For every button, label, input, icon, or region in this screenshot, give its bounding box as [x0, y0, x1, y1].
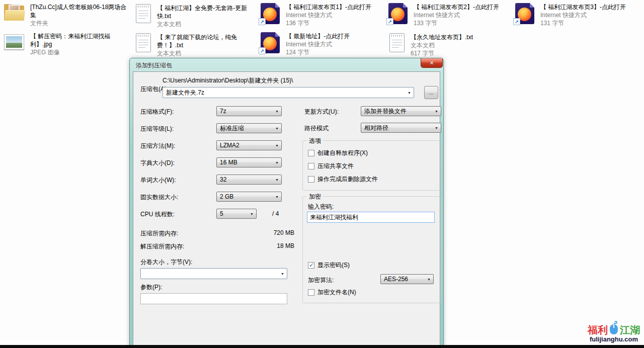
encryption-group: 加密 输入密码: 显示密码(S) 加密算法: AES-256▼ 加密文件名(N) [302, 196, 441, 303]
file-name: 【 福利江湖发布页1】-点此打开 [286, 3, 382, 11]
text-file-icon [136, 4, 151, 23]
mouse-icon [608, 321, 619, 335]
desktop-item-ff3[interactable]: ↗ 【 福利江湖发布页3】-点此打开 Internet 快捷方式 131 字节 [515, 3, 637, 27]
brand-text-left: 福利 [588, 325, 608, 335]
file-type: Internet 快捷方式 [286, 40, 382, 48]
archive-name-combobox[interactable]: 新建文件夹.7z ▼ [163, 87, 414, 98]
path-mode-dropdown[interactable]: 相对路径▼ [361, 123, 441, 133]
method-dropdown[interactable]: LZMA2▼ [216, 140, 282, 150]
desktop-item-txt2[interactable]: 【 来了就能下载的论坛，纯免费！】.txt 文本文档 [136, 33, 251, 57]
chevron-down-icon: ▼ [275, 161, 279, 164]
file-name: 【 福利江湖发布页3】-点此打开 [540, 3, 637, 11]
checkbox-box[interactable] [308, 150, 314, 156]
folder-icon [4, 4, 24, 21]
firefox-shortcut-icon: ↗ [388, 3, 408, 24]
encryption-method-label: 加密算法: [308, 276, 334, 285]
memory-compress-value: 720 MB [249, 229, 294, 236]
encryption-method-dropdown[interactable]: AES-256▼ [380, 274, 434, 284]
memory-decompress-value: 18 MB [249, 242, 294, 249]
text-file-icon [136, 33, 151, 52]
file-name: 【 来了就能下载的论坛，纯免费！】.txt [157, 33, 251, 49]
parameters-input[interactable] [140, 293, 287, 304]
dictionary-label: 字典大小(D): [140, 159, 175, 167]
dialog-titlebar[interactable]: 添加到压缩包 ✕ [130, 58, 443, 71]
desktop-item-ff1[interactable]: ↗ 【 福利江湖发布页1】-点此打开 Internet 快捷方式 136 字节 [261, 3, 382, 27]
file-type: Internet 快捷方式 [414, 11, 510, 19]
dictionary-dropdown[interactable]: 16 MB▼ [216, 157, 282, 167]
create-sfx-checkbox[interactable]: 创建自释放程序(X) [308, 149, 368, 157]
compress-shared-checkbox[interactable]: 压缩共享文件 [308, 162, 354, 170]
desktop-item-folder[interactable]: [ThZu.Cc]成人馆老板娘06-18两场合集 文件夹 [4, 3, 127, 27]
file-size: 136 字节 [286, 19, 382, 27]
file-name: 【 福利江湖】全免费-无套路-更新快.txt [157, 4, 251, 20]
desktop-item-ff-latest[interactable]: ↗ 【 最新地址】-点此打开 Internet 快捷方式 124 字节 [261, 32, 382, 56]
close-button[interactable]: ✕ [421, 58, 443, 68]
desktop-item-ff2[interactable]: ↗ 【 福利江湖发布页2】-点此打开 Internet 快捷方式 133 字节 [388, 3, 510, 27]
chevron-down-icon: ▼ [435, 126, 438, 130]
browse-button[interactable]: ... [424, 86, 438, 99]
desktop-item-txt1[interactable]: 【 福利江湖】全免费-无套路-更新快.txt 文本文档 [136, 4, 251, 28]
chevron-down-icon: ▼ [408, 91, 411, 95]
text-file-icon [389, 33, 405, 52]
archive-name-value: 新建文件夹.7z [166, 89, 204, 97]
options-group: 选项 创建自释放程序(X) 压缩共享文件 操作完成后删除源文件 [302, 140, 441, 191]
memory-compress-label: 压缩所需内存: [140, 229, 178, 238]
archive-path: C:\Users\Administrator\Desktop\新建文件夹 (15… [163, 76, 293, 85]
brand-text-right: 江湖 [620, 325, 640, 335]
close-icon: ✕ [429, 60, 434, 66]
file-type: 文本文档 [157, 49, 251, 57]
site-watermark: 福利 江湖 fulijianghu.com [588, 321, 640, 343]
encrypt-filenames-checkbox[interactable]: 加密文件名(N) [308, 288, 356, 297]
chevron-down-icon: ▼ [275, 110, 279, 113]
word-size-label: 单词大小(W): [140, 176, 176, 185]
checkbox-box[interactable] [308, 289, 314, 296]
file-size: 617 字节 [411, 49, 507, 57]
volume-size-combobox[interactable]: ▼ [140, 268, 287, 279]
dialog-title: 添加到压缩包 [136, 61, 172, 70]
level-label: 压缩等级(L): [140, 125, 174, 133]
shortcut-arrow-icon: ↗ [259, 47, 266, 54]
parameters-label: 参数(P): [140, 283, 162, 292]
file-type: Internet 快捷方式 [540, 11, 637, 19]
encryption-group-label: 加密 [307, 193, 323, 201]
checkbox-box[interactable] [308, 163, 314, 169]
solid-block-dropdown[interactable]: 2 GB▼ [216, 192, 282, 202]
level-dropdown[interactable]: 标准压缩▼ [216, 123, 282, 133]
cpu-threads-dropdown[interactable]: 5▼ [216, 209, 257, 219]
file-type: 文本文档 [411, 41, 507, 49]
add-to-archive-dialog: 添加到压缩包 ✕ 压缩包(A) C:\Users\Administrator\D… [129, 58, 444, 348]
solid-block-label: 固实数据大小: [140, 193, 178, 202]
chevron-down-icon: ▼ [435, 110, 438, 113]
file-size: 124 字节 [286, 48, 382, 56]
volume-size-label: 分卷大小，字节(V): [140, 258, 192, 267]
method-label: 压缩方法(M): [140, 142, 175, 150]
firefox-shortcut-icon: ↗ [515, 3, 534, 24]
file-name: 【永久地址发布页】.txt [411, 33, 507, 41]
password-input[interactable] [307, 212, 435, 223]
image-icon [4, 34, 24, 50]
chevron-down-icon: ▼ [281, 272, 284, 276]
show-password-checkbox[interactable]: 显示密码(S) [308, 261, 350, 270]
path-mode-label: 路径模式 [304, 124, 329, 133]
checkbox-box[interactable] [308, 176, 314, 183]
chevron-down-icon: ▼ [275, 195, 279, 199]
desktop-item-txt3[interactable]: 【永久地址发布页】.txt 文本文档 617 字节 [389, 33, 507, 57]
delete-after-checkbox[interactable]: 操作完成后删除源文件 [308, 175, 378, 184]
bottom-black-bar [0, 345, 644, 348]
cpu-threads-max: / 4 [272, 210, 279, 217]
firefox-shortcut-icon: ↗ [261, 3, 280, 24]
file-size: 133 字节 [414, 19, 510, 27]
format-dropdown[interactable]: 7z▼ [216, 106, 282, 116]
desktop-item-jpg[interactable]: 【 解压密码：来福利江湖找福利】.jpg JPEG 图像 [4, 32, 127, 56]
shortcut-arrow-icon: ↗ [259, 18, 266, 25]
chevron-down-icon: ▼ [250, 212, 254, 216]
checkbox-box[interactable] [308, 262, 314, 269]
firefox-shortcut-icon: ↗ [261, 32, 280, 53]
file-type: Internet 快捷方式 [286, 11, 382, 19]
update-mode-dropdown[interactable]: 添加并替换文件▼ [361, 106, 441, 116]
file-name: 【 福利江湖发布页2】-点此打开 [414, 3, 510, 11]
file-type: 文件夹 [30, 19, 127, 27]
word-size-dropdown[interactable]: 32▼ [216, 175, 282, 185]
shortcut-arrow-icon: ↗ [513, 18, 520, 25]
file-name: 【 解压密码：来福利江湖找福利】.jpg [30, 32, 127, 48]
